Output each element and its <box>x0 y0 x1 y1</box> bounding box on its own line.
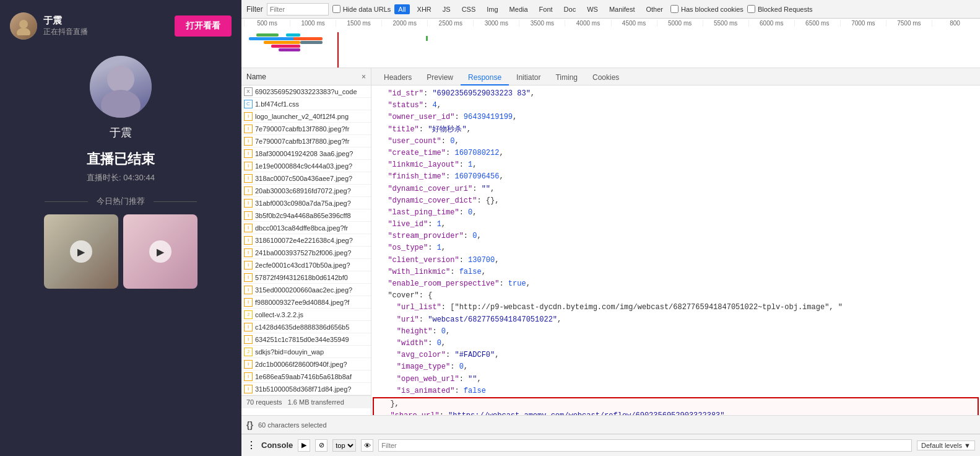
file-name-22: 2dc1b00066f28600f940f.jpeg? <box>255 361 368 368</box>
filter-xhr-btn[interactable]: XHR <box>414 4 435 14</box>
filter-bar: Filter Hide data URLs All XHR JS CSS Img… <box>241 0 980 19</box>
json-line-9: "dynamic_cover_dict": {}, <box>371 195 980 207</box>
hide-data-urls-checkbox[interactable] <box>332 5 340 13</box>
console-level-select[interactable]: Default levels ▼ <box>917 441 975 450</box>
file-type-icon-5: I <box>244 149 253 158</box>
file-item-2[interactable]: Ilogo_launcher_v2_40f12f4.png <box>241 110 371 123</box>
filter-all-btn[interactable]: All <box>394 4 409 14</box>
json-line-5: "create_time": 1607080212, <box>371 147 980 159</box>
console-stop-button[interactable]: ⊘ <box>315 439 327 452</box>
filter-input[interactable] <box>267 3 329 15</box>
filter-other-btn[interactable]: Other <box>642 4 667 14</box>
response-content[interactable]: "id_str": "69023569529033223 83", "statu… <box>371 86 980 415</box>
console-dots-icon: ⋮ <box>246 439 256 451</box>
curly-braces-icon: {} <box>246 420 253 430</box>
file-item-24[interactable]: I31b51000058d368f71d84.jpeg? <box>241 383 371 395</box>
timeline-row-8 <box>300 41 323 44</box>
json-line-12: "stream_provider": 0, <box>371 230 980 242</box>
file-name-9: 31abf0003c0980a7da75a.jpeg? <box>255 200 368 207</box>
tab-initiator[interactable]: Initiator <box>509 71 548 86</box>
json-line-22: "avg_color": "#FADCF0", <box>371 349 980 361</box>
json-line-8: "dynamic_cover_uri": "", <box>371 183 980 195</box>
play-icon-2[interactable]: ▶ <box>149 240 171 263</box>
user-info: 于震 正在抖音直播 <box>43 15 168 37</box>
tab-preview[interactable]: Preview <box>419 71 461 86</box>
file-item-19[interactable]: Ic1428d4635de8888386d656b5 <box>241 321 371 333</box>
file-item-11[interactable]: Idbcc0013ca84dffe8bca.jpeg?fr <box>241 222 371 234</box>
file-type-icon-16: I <box>244 286 253 294</box>
bottom-bar: {} 60 characters selected <box>241 415 980 434</box>
file-name-11: dbcc0013ca84dffe8bca.jpeg?fr <box>255 224 368 232</box>
svg-point-3 <box>101 90 141 118</box>
file-list-items: X69023569529033223383?u_codeC1.bf474cf1.… <box>241 86 371 395</box>
file-item-4[interactable]: I7e790007cabfb13f7880.jpeg?fr <box>241 135 371 147</box>
file-item-13[interactable]: I241ba0003937527b2f006.jpeg? <box>241 247 371 259</box>
file-name-2: logo_launcher_v2_40f12f4.png <box>255 113 368 120</box>
filter-ws-btn[interactable]: WS <box>583 4 602 14</box>
timeline-row-4 <box>271 45 301 48</box>
file-item-12[interactable]: I3186100072e4e221638c4.jpeg? <box>241 234 371 247</box>
file-name-16: 315ed0000200660aac2ec.jpeg? <box>255 286 368 294</box>
thumbnail-1[interactable]: ▶ <box>44 214 118 289</box>
tick-5000: 5000 ms <box>657 20 703 27</box>
file-item-0[interactable]: X69023569529033223383?u_code <box>241 86 371 98</box>
file-type-icon-13: I <box>244 248 253 257</box>
file-item-5[interactable]: I18af3000041924208 3aa6.jpeg? <box>241 147 371 160</box>
file-item-10[interactable]: I3b5f0b2c94a4468a865e396cff8 <box>241 209 371 222</box>
file-list-close-col[interactable]: × <box>362 72 366 81</box>
blocked-req-checkbox[interactable] <box>747 5 755 13</box>
file-item-8[interactable]: I20ab30003c68916fd7072.jpeg? <box>241 185 371 197</box>
tick-6000: 6000 ms <box>748 20 794 27</box>
file-item-9[interactable]: I31abf0003c0980a7da75a.jpeg? <box>241 197 371 209</box>
tick-3000: 3000 ms <box>473 20 519 27</box>
json-line-0: "id_str": "69023569529033223 83", <box>371 88 980 100</box>
hide-data-urls-group: Hide data URLs <box>332 5 391 13</box>
file-item-1[interactable]: C1.bf474cf1.css <box>241 98 371 110</box>
main-avatar <box>90 56 152 118</box>
console-context-select[interactable]: top <box>332 439 356 452</box>
stream-ended-label: 直播已结束 <box>87 150 155 169</box>
tab-headers[interactable]: Headers <box>376 71 419 86</box>
filter-font-btn[interactable]: Font <box>536 4 557 14</box>
file-type-icon-3: I <box>244 125 253 133</box>
file-item-7[interactable]: I318ac0007c500a436aee7.jpeg? <box>241 172 371 185</box>
play-icon-1[interactable]: ▶ <box>70 240 92 263</box>
json-line-19: "uri": "webcast/6827765941847051022", <box>371 314 980 326</box>
file-item-23[interactable]: I1e686ea59aab7416b5a618b8af <box>241 370 371 383</box>
file-item-3[interactable]: I7e790007cabfb13f7880.jpeg?fr <box>241 123 371 135</box>
has-blocked-checkbox[interactable] <box>670 5 679 13</box>
user-status: 正在抖音直播 <box>43 27 168 37</box>
open-button[interactable]: 打开看看 <box>175 15 232 37</box>
filter-js-btn[interactable]: JS <box>439 4 454 14</box>
timeline-bar: 500 ms 1000 ms 1500 ms 2000 ms 2500 ms 3… <box>241 19 980 68</box>
console-filter-input[interactable] <box>378 439 912 452</box>
file-item-21[interactable]: Jsdkjs?bid=douyin_wap <box>241 346 371 358</box>
file-item-15[interactable]: I57872f49f4312618b0d6142bf0 <box>241 271 371 284</box>
file-type-icon-8: I <box>244 186 253 195</box>
file-name-8: 20ab30003c68916fd7072.jpeg? <box>255 187 368 195</box>
file-item-20[interactable]: I634251c1c7815d0e344e35949 <box>241 333 371 346</box>
filter-media-btn[interactable]: Media <box>506 4 532 14</box>
filter-manifest-btn[interactable]: Manifest <box>605 4 639 14</box>
console-label: Console <box>261 441 293 450</box>
console-run-button[interactable]: ▶ <box>298 439 310 452</box>
main-content: Name × X69023569529033223383?u_codeC1.bf… <box>241 68 980 415</box>
file-item-16[interactable]: I315ed0000200660aac2ec.jpeg? <box>241 284 371 296</box>
file-item-22[interactable]: I2dc1b00066f28600f940f.jpeg? <box>241 358 371 370</box>
filter-doc-btn[interactable]: Doc <box>560 4 580 14</box>
file-item-6[interactable]: I1e19e0000884c9c444a03.jpeg? <box>241 160 371 172</box>
file-type-icon-19: I <box>244 323 253 331</box>
tab-timing[interactable]: Timing <box>548 71 585 86</box>
file-item-18[interactable]: Jcollect-v.3.2.2.js <box>241 309 371 321</box>
console-eye-button[interactable]: 👁 <box>361 439 373 452</box>
file-name-24: 31b51000058d368f71d84.jpeg? <box>255 385 368 393</box>
filter-img-btn[interactable]: Img <box>483 4 501 14</box>
filter-css-btn[interactable]: CSS <box>458 4 480 14</box>
tab-cookies[interactable]: Cookies <box>585 71 627 86</box>
file-item-17[interactable]: If9880009327ee9d40884.jpeg?f <box>241 296 371 309</box>
tick-7000: 7000 ms <box>840 20 886 27</box>
file-item-14[interactable]: I2ecfe0001c43cd170b50a.jpeg? <box>241 259 371 271</box>
json-line-18: "url_list": ["http://p9-webcast-dycdn.by… <box>371 302 980 314</box>
tab-response[interactable]: Response <box>461 71 509 86</box>
thumbnail-2[interactable]: ▶ <box>123 214 197 289</box>
